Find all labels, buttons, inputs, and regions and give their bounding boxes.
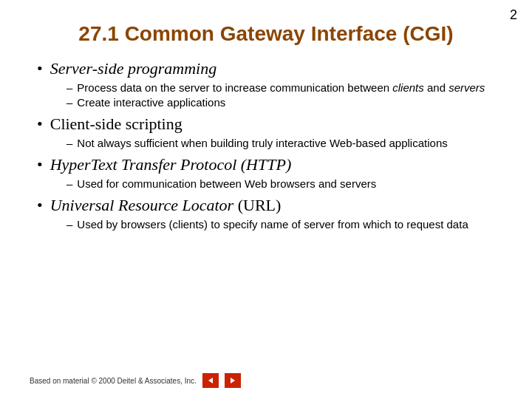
svg-marker-1 [231, 378, 235, 383]
prev-arrow-icon [207, 377, 214, 384]
sub-bullet-4: – Used for communication between Web bro… [66, 177, 502, 190]
sub-bullets-url: – Used by browsers (clients) to specify … [66, 218, 502, 231]
next-arrow-icon [229, 377, 236, 384]
bullet-url: • Universal Resource Locator (URL) – Use… [37, 196, 502, 231]
sub-bullet-3-text: Not always sufficient when building trul… [77, 137, 502, 149]
bullet-server-side-label: • Server-side programming [37, 59, 502, 78]
sub-bullets-server-side: – Process data on the server to increase… [66, 81, 502, 109]
bullet-client-side-label: • Client-side scripting [37, 115, 502, 134]
sub-bullet-5: – Used by browsers (clients) to specify … [66, 218, 502, 231]
slide-content: • Server-side programming – Process data… [30, 59, 502, 231]
sub-bullet-2: – Create interactive applications [66, 96, 502, 109]
sub-bullet-3: – Not always sufficient when building tr… [66, 137, 502, 149]
dash-icon: – [66, 81, 72, 94]
prev-button[interactable] [202, 373, 219, 388]
bullet-dot: • [37, 155, 43, 174]
bullet-dot: • [37, 59, 43, 78]
sub-bullet-4-text: Used for communication between Web brows… [77, 177, 502, 190]
bullet-dot: • [37, 115, 43, 134]
slide-title: 27.1 Common Gateway Interface (CGI) [30, 22, 502, 46]
dash-icon: – [66, 218, 72, 231]
bullet-server-side: • Server-side programming – Process data… [37, 59, 502, 109]
sub-bullets-client-side: – Not always sufficient when building tr… [66, 137, 502, 149]
bullet-http: • HyperText Transfer Protocol (HTTP) – U… [37, 155, 502, 190]
next-button[interactable] [225, 373, 241, 388]
bullet-dot: • [37, 196, 43, 215]
footer-text: Based on material © 2000 Deitel & Associ… [30, 377, 197, 385]
sub-bullet-2-text: Create interactive applications [77, 96, 502, 109]
bullet-http-label: • HyperText Transfer Protocol (HTTP) [37, 155, 502, 174]
footer: Based on material © 2000 Deitel & Associ… [30, 373, 241, 388]
bullet-client-side: • Client-side scripting – Not always suf… [37, 115, 502, 149]
dash-icon: – [66, 177, 72, 190]
slide: 2 27.1 Common Gateway Interface (CGI) • … [0, 0, 532, 399]
dash-icon: – [66, 96, 72, 109]
sub-bullets-http: – Used for communication between Web bro… [66, 177, 502, 190]
sub-bullet-1: – Process data on the server to increase… [66, 81, 502, 94]
sub-bullet-5-text: Used by browsers (clients) to specify na… [77, 218, 502, 231]
bullet-url-label: • Universal Resource Locator (URL) [37, 196, 502, 215]
svg-marker-0 [208, 378, 213, 383]
sub-bullet-1-text: Process data on the server to increase c… [77, 81, 502, 94]
slide-number: 2 [510, 7, 517, 23]
dash-icon: – [66, 137, 72, 149]
